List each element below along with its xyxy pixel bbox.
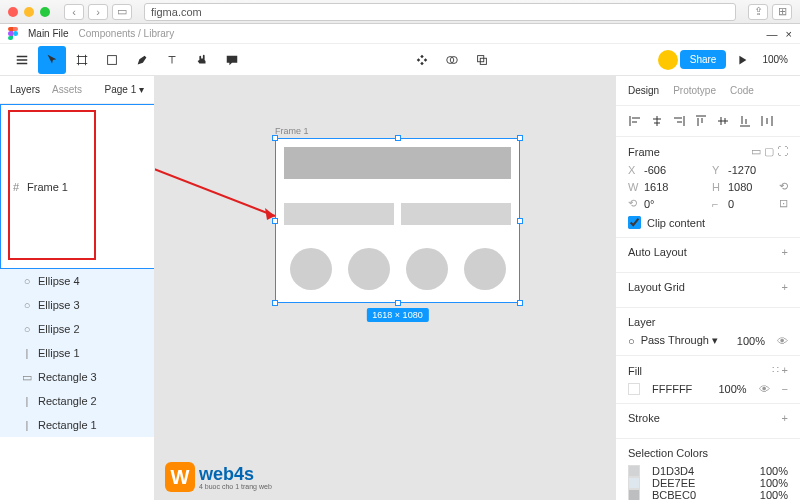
minimize-window-icon[interactable] xyxy=(24,7,34,17)
canvas-rectangle[interactable] xyxy=(284,147,511,179)
rotation-value[interactable]: 0° xyxy=(644,198,655,210)
boolean-tool[interactable] xyxy=(468,46,496,74)
layers-tab[interactable]: Layers xyxy=(10,84,40,95)
page-selector[interactable]: Page 1 ▾ xyxy=(105,84,144,95)
resize-handle[interactable] xyxy=(395,300,401,306)
color-swatch[interactable] xyxy=(628,477,640,489)
frame-preset-icon[interactable]: ▭ ▢ ⛶ xyxy=(751,145,788,158)
visibility-icon[interactable]: 👁 xyxy=(777,335,788,347)
assets-tab[interactable]: Assets xyxy=(52,84,82,95)
canvas-ellipse[interactable] xyxy=(464,248,506,290)
align-right-icon[interactable] xyxy=(672,114,686,128)
canvas-ellipse[interactable] xyxy=(290,248,332,290)
blend-mode-select[interactable]: Pass Through ▾ xyxy=(641,334,718,347)
h-value[interactable]: 1080 xyxy=(728,181,752,193)
hand-tool[interactable] xyxy=(188,46,216,74)
resize-handle[interactable] xyxy=(517,135,523,141)
canvas-ellipse[interactable] xyxy=(348,248,390,290)
remove-fill-icon[interactable]: − xyxy=(782,383,788,395)
layer-item[interactable]: ○Ellipse 3 xyxy=(0,293,154,317)
visibility-icon[interactable]: 👁 xyxy=(759,383,770,395)
menu-button[interactable] xyxy=(8,46,36,74)
align-top-icon[interactable] xyxy=(694,114,708,128)
forward-button[interactable]: › xyxy=(88,4,108,20)
canvas-rectangle[interactable] xyxy=(401,203,511,225)
share-browser-button[interactable]: ⇪ xyxy=(748,4,768,20)
opacity-value[interactable]: 100% xyxy=(737,335,765,347)
file-tab-2[interactable]: Components / Library xyxy=(79,28,175,39)
add-layout-grid-icon[interactable]: + xyxy=(782,281,788,293)
prototype-tab[interactable]: Prototype xyxy=(673,85,716,96)
resize-handle[interactable] xyxy=(517,218,523,224)
shape-tool[interactable] xyxy=(98,46,126,74)
figma-logo-icon[interactable] xyxy=(8,27,18,41)
share-button[interactable]: Share xyxy=(680,50,727,69)
canvas[interactable]: Frame 1 1618 × 1 xyxy=(155,76,615,500)
color-swatch[interactable] xyxy=(628,465,640,477)
align-bottom-icon[interactable] xyxy=(738,114,752,128)
resize-handle[interactable] xyxy=(517,300,523,306)
stroke-section-label: Stroke xyxy=(628,412,660,424)
link-wh-icon[interactable]: ⟲ xyxy=(779,180,788,193)
x-value[interactable]: -606 xyxy=(644,164,666,176)
resize-handle[interactable] xyxy=(272,135,278,141)
layer-item[interactable]: ○Ellipse 4 xyxy=(0,269,154,293)
pen-tool[interactable] xyxy=(128,46,156,74)
code-tab[interactable]: Code xyxy=(730,85,754,96)
sidebar-toggle-button[interactable]: ▭ xyxy=(112,4,132,20)
color-swatch[interactable] xyxy=(628,489,640,500)
close-window-icon[interactable] xyxy=(8,7,18,17)
layer-item[interactable]: |Rectangle 1 xyxy=(0,413,154,437)
clip-content-checkbox[interactable]: Clip content xyxy=(628,216,788,229)
present-button[interactable] xyxy=(728,46,756,74)
url-bar[interactable]: figma.com xyxy=(144,3,736,21)
radius-value[interactable]: 0 xyxy=(728,198,734,210)
user-avatar[interactable] xyxy=(658,50,678,70)
color-hex[interactable]: D1D3D4 xyxy=(652,465,694,477)
zoom-level[interactable]: 100% xyxy=(758,54,792,65)
fill-style-icon[interactable]: ∷ + xyxy=(772,364,788,377)
design-tab[interactable]: Design xyxy=(628,85,659,96)
fill-swatch[interactable] xyxy=(628,383,640,395)
maximize-window-icon[interactable] xyxy=(40,7,50,17)
resize-handle[interactable] xyxy=(272,300,278,306)
align-left-icon[interactable] xyxy=(628,114,642,128)
distribute-icon[interactable] xyxy=(760,114,774,128)
mask-tool[interactable] xyxy=(438,46,466,74)
align-hcenter-icon[interactable] xyxy=(650,114,664,128)
window-minimize-icon[interactable]: — xyxy=(767,28,778,40)
move-tool[interactable] xyxy=(38,46,66,74)
radius-detail-icon[interactable]: ⊡ xyxy=(779,197,788,210)
add-stroke-icon[interactable]: + xyxy=(782,412,788,424)
frame-section-label: Frame xyxy=(628,146,660,158)
frame-tool[interactable] xyxy=(68,46,96,74)
layer-item[interactable]: ▭Rectangle 3 xyxy=(0,365,154,389)
tabs-button[interactable]: ⊞ xyxy=(772,4,792,20)
resize-handle[interactable] xyxy=(395,135,401,141)
layer-item[interactable]: ○Ellipse 2 xyxy=(0,317,154,341)
file-tab-1[interactable]: Main File xyxy=(28,28,69,39)
layer-frame[interactable]: # Frame 1 xyxy=(0,104,154,269)
comment-tool[interactable] xyxy=(218,46,246,74)
align-vcenter-icon[interactable] xyxy=(716,114,730,128)
window-controls xyxy=(8,7,50,17)
nav-buttons: ‹ › ▭ xyxy=(64,4,132,20)
add-auto-layout-icon[interactable]: + xyxy=(782,246,788,258)
component-tool[interactable] xyxy=(408,46,436,74)
fill-hex[interactable]: FFFFFF xyxy=(652,383,692,395)
canvas-ellipse[interactable] xyxy=(406,248,448,290)
layer-item[interactable]: |Ellipse 1 xyxy=(0,341,154,365)
color-hex[interactable]: DEE7EE xyxy=(652,477,695,489)
text-tool[interactable] xyxy=(158,46,186,74)
window-close-icon[interactable]: × xyxy=(786,28,792,40)
back-button[interactable]: ‹ xyxy=(64,4,84,20)
layer-item[interactable]: |Rectangle 2 xyxy=(0,389,154,413)
watermark: W web4s 4 buoc cho 1 trang web xyxy=(165,462,272,492)
color-hex[interactable]: BCBEC0 xyxy=(652,489,696,500)
y-value[interactable]: -1270 xyxy=(728,164,756,176)
resize-handle[interactable] xyxy=(272,218,278,224)
w-value[interactable]: 1618 xyxy=(644,181,668,193)
frame-selection[interactable]: 1618 × 1080 xyxy=(275,138,520,303)
fill-opacity[interactable]: 100% xyxy=(718,383,746,395)
canvas-rectangle[interactable] xyxy=(284,203,394,225)
